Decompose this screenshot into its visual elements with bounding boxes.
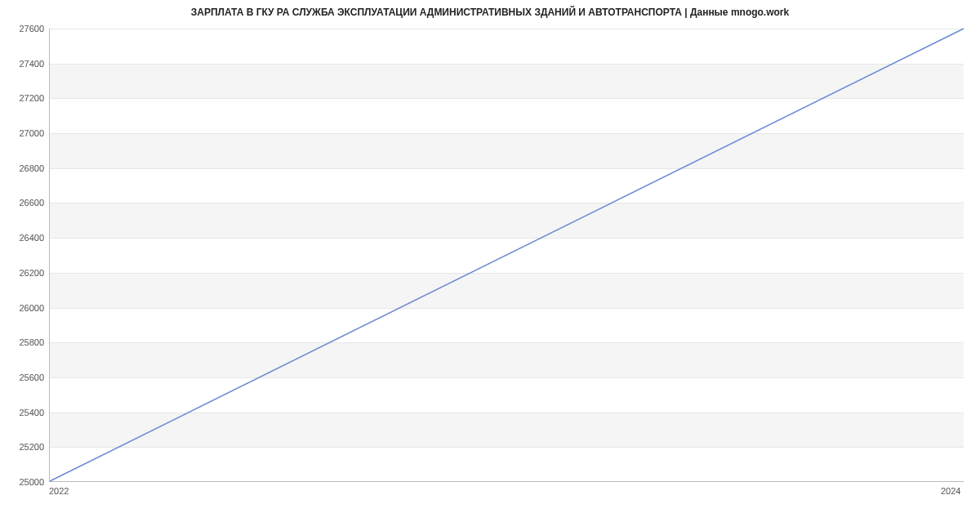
- y-tick-label: 25000: [3, 477, 44, 487]
- y-tick-label: 26000: [3, 303, 44, 313]
- y-tick-label: 26200: [3, 268, 44, 278]
- y-tick-label: 27400: [3, 59, 44, 69]
- y-tick-label: 25800: [3, 337, 44, 347]
- salary-line-chart: ЗАРПЛАТА В ГКУ РА СЛУЖБА ЭКСПЛУАТАЦИИ АД…: [0, 0, 980, 531]
- svg-line-0: [50, 29, 964, 481]
- y-tick-label: 27000: [3, 128, 44, 138]
- chart-title: ЗАРПЛАТА В ГКУ РА СЛУЖБА ЭКСПЛУАТАЦИИ АД…: [0, 7, 980, 18]
- data-line: [50, 29, 964, 481]
- y-tick-label: 27600: [3, 24, 44, 33]
- plot-area: [49, 29, 964, 482]
- y-tick-label: 26400: [3, 233, 44, 243]
- y-tick-label: 26600: [3, 198, 44, 207]
- x-tick-label: 2022: [49, 486, 69, 496]
- y-tick-label: 25400: [3, 408, 44, 417]
- y-tick-label: 25600: [3, 373, 44, 382]
- y-tick-label: 26800: [3, 163, 44, 173]
- y-tick-label: 27200: [3, 93, 44, 103]
- y-tick-label: 25200: [3, 442, 44, 452]
- x-tick-label: 2024: [941, 486, 960, 496]
